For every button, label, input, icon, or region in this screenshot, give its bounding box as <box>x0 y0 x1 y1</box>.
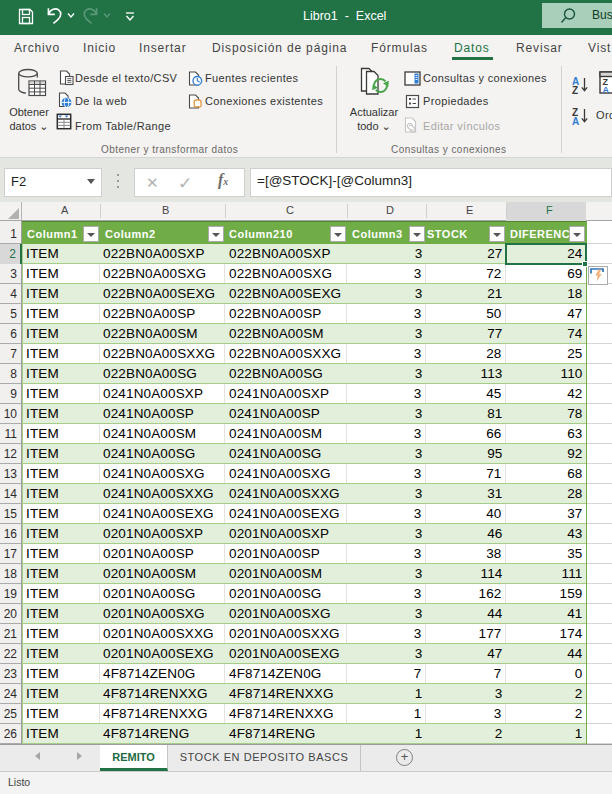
svg-text:Z: Z <box>572 85 578 96</box>
svg-text:A: A <box>572 116 579 127</box>
svg-text:A: A <box>603 85 610 95</box>
